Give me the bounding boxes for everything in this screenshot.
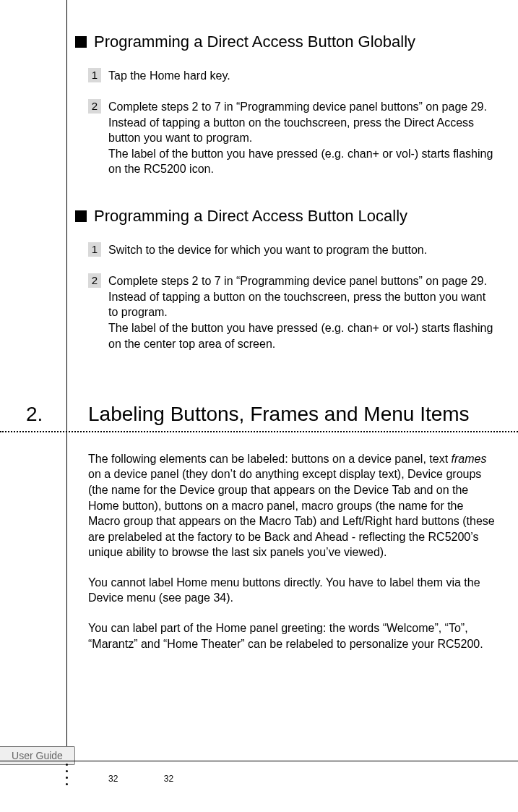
dotted-divider [0,431,518,432]
paragraph: You can label part of the Home panel gre… [88,620,496,651]
step-item: 2 Complete steps 2 to 7 in “Programming … [88,273,496,351]
square-bullet-icon [75,36,87,48]
subsection-global: Programming a Direct Access Button Globa… [75,32,496,52]
square-bullet-icon [75,210,87,222]
page-number: 32 [164,774,173,784]
paragraph-text: The following elements can be labeled: b… [88,453,452,465]
footer-rule [0,761,518,761]
step-number: 2 [88,99,101,114]
page-number: 32 [108,774,118,784]
footer-tab: User Guide [0,746,75,765]
footer-dots-icon [66,764,68,785]
subsection-local: Programming a Direct Access Button Local… [75,206,496,226]
steps-global: 1 Tap the Home hard key. 2 Complete step… [88,68,496,178]
step-number: 1 [88,68,101,82]
paragraph-italic: frames [452,453,487,465]
step-item: 1 Tap the Home hard key. [88,68,496,84]
step-number: 1 [88,242,101,257]
main-section: 2. Labeling Buttons, Frames and Menu Ite… [75,402,496,651]
step-text: Switch to the device for which you want … [108,242,427,258]
step-text: Complete steps 2 to 7 in “Programming de… [108,273,496,351]
step-text: Tap the Home hard key. [108,68,230,84]
vertical-rule [66,0,67,761]
step-item: 1 Switch to the device for which you wan… [88,242,496,258]
paragraph-text: on a device panel (they don’t do anythin… [88,468,495,558]
step-item: 2 Complete steps 2 to 7 in “Programming … [88,99,496,177]
steps-local: 1 Switch to the device for which you wan… [88,242,496,352]
section-number: 2. [26,402,43,427]
section-title: Labeling Buttons, Frames and Menu Items [88,402,496,427]
subsection-title: Programming a Direct Access Button Local… [94,206,407,226]
paragraph: The following elements can be labeled: b… [88,451,496,560]
subsection-title: Programming a Direct Access Button Globa… [94,32,415,52]
step-text: Complete steps 2 to 7 in “Programming de… [108,99,496,177]
footer-page-numbers: 32 32 [108,774,217,784]
paragraph: You cannot label Home menu buttons direc… [88,575,496,606]
step-number: 2 [88,273,101,288]
